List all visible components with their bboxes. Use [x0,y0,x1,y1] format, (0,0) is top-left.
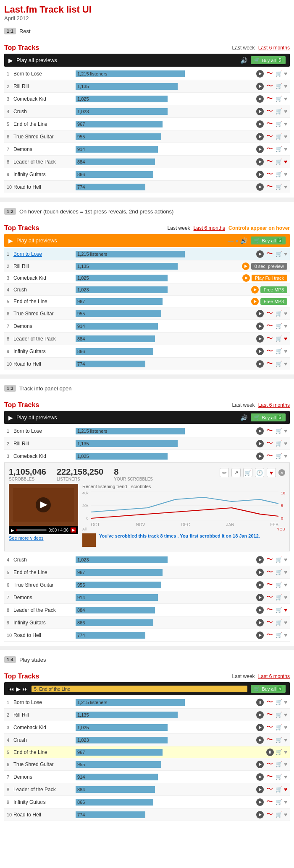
close-panel-btn[interactable]: ✕ [278,469,285,476]
heart-icon[interactable]: ♥ [284,133,287,140]
heart-icon[interactable]: ♥ [284,811,287,818]
track-name[interactable]: End of the Line [13,299,72,304]
heart-icon[interactable]: ♥ [284,184,287,190]
track-name[interactable]: Road to Hell [13,361,72,367]
preview-btn[interactable]: 0 sec. preview [251,263,287,270]
heart-icon[interactable]: ♥ [284,724,287,730]
heart-icon[interactable]: ♥ [284,569,287,575]
track-play-btn[interactable] [242,262,249,270]
track-name[interactable]: Crush [13,737,72,743]
heart-btn[interactable]: ♥ [267,468,276,477]
heart-icon[interactable]: ♥ [284,607,287,613]
buy-all-btn-4[interactable]: 🛒 Buy all 5 [251,685,286,693]
cart-icon[interactable]: 🛒 [276,251,282,257]
track-play-btn[interactable] [256,711,264,719]
filter-last-6-months-1[interactable]: Last 6 months [258,45,290,51]
track-name[interactable]: Infinity Guitars [13,799,72,805]
track-play-btn[interactable] [256,606,264,614]
track-play-btn[interactable] [256,811,264,819]
heart-icon[interactable]: ♥ [284,335,287,342]
track-play-btn[interactable] [256,108,264,115]
track-name[interactable]: True Shred Guitar [13,311,72,317]
track-name[interactable]: Crush [13,287,72,293]
heart-icon[interactable]: ♥ [284,786,287,793]
track-name[interactable]: Rill Rill [13,441,72,447]
full-track-btn[interactable]: Play Full track [252,275,287,281]
heart-icon[interactable]: ♥ [284,428,287,434]
free-mp3-2-btn[interactable]: Free MP3 [260,298,287,305]
track-play-btn[interactable] [256,250,264,258]
track-play-btn[interactable] [256,335,264,343]
heart-icon[interactable]: ♥ [284,582,287,588]
track-play-btn[interactable] [256,158,264,166]
track-play-btn[interactable] [256,761,264,768]
track-name[interactable]: Leader of the Pack [13,607,72,613]
cart-icon[interactable]: 🛒 [276,582,282,588]
track-play-btn[interactable] [256,171,264,178]
cart-icon[interactable]: 🛒 [276,96,282,102]
play-btn[interactable]: ▶ [16,686,21,692]
play-all-bar-2[interactable]: ▶ Play all previews — ● 🔊 🛒 Buy all 5 [4,234,290,247]
heart-icon[interactable]: ♥ [284,348,287,354]
volume-icon-3[interactable]: 🔊 [240,414,247,421]
cart-icon[interactable]: 🛒 [276,361,282,367]
track-name[interactable]: Leader of the Pack [13,787,72,793]
track-play-btn[interactable] [256,619,264,626]
heart-icon[interactable]: ♥ [284,83,287,89]
heart-icon[interactable]: ♥ [284,632,287,638]
cart-icon[interactable]: 🛒 [276,749,282,755]
cart-icon[interactable]: 🛒 [276,133,282,140]
cart-icon[interactable]: 🛒 [276,83,282,89]
filter-last-6-months-3[interactable]: Last 6 months [258,402,290,408]
track-play-btn[interactable] [256,310,264,317]
heart-icon[interactable]: ♥ [284,453,287,459]
cart-icon[interactable]: 🛒 [276,440,282,447]
track-name[interactable]: Rill Rill [13,263,72,269]
heart-icon[interactable]: ♥ [284,96,287,102]
track-name[interactable]: Rill Rill [13,83,72,89]
cart-icon[interactable]: 🛒 [276,70,282,77]
buy-all-btn-3[interactable]: 🛒 Buy all 5 [251,413,286,421]
track-name[interactable]: True Shred Guitar [13,761,72,767]
heart-icon[interactable]: ♥ [284,799,287,805]
track-name[interactable]: Crush [13,109,72,114]
track-name[interactable]: True Shred Guitar [13,582,72,588]
heart-icon[interactable]: ♥ [284,619,287,626]
cart-icon[interactable]: 🛒 [276,724,282,730]
track-play-btn[interactable] [256,632,264,639]
track-name[interactable]: Comeback Kid [13,725,72,730]
clock-btn[interactable]: 🕐 [255,468,264,477]
track-play-btn[interactable] [256,95,264,103]
heart-icon[interactable]: ♥ [284,146,287,152]
heart-icon[interactable]: ♥ [284,70,287,77]
heart-icon[interactable]: ♥ [284,108,287,114]
share-btn[interactable]: ↗ [231,468,241,477]
track-name[interactable]: Road to Hell [13,632,72,638]
cart-icon[interactable]: 🛒 [276,108,282,114]
cart-icon[interactable]: 🛒 [276,774,282,780]
play-all-bar-1[interactable]: ▶ Play all previews 🔊 🛒 Buy all 5 [4,54,290,67]
track-play-btn[interactable] [256,133,264,140]
track-play-btn[interactable]: ⏸ [266,748,274,756]
track-play-btn[interactable] [256,70,264,78]
cart-icon[interactable]: 🛒 [276,323,282,329]
heart-icon[interactable]: ♥ [284,594,287,600]
filter-last-week-3[interactable]: Last week [232,402,255,408]
cart-icon[interactable]: 🛒 [276,453,282,459]
track-play-btn[interactable] [256,83,264,90]
play-all-bar-3[interactable]: ▶ Play all previews 🔊 🛒 Buy all 5 [4,411,290,424]
cart-icon[interactable]: 🛒 [276,712,282,718]
track-play-btn[interactable] [256,798,264,806]
cart-icon[interactable]: 🛒 [276,799,282,805]
heart-icon[interactable]: ♥ [284,699,287,705]
track-name[interactable]: Road to Hell [13,812,72,818]
track-play-btn[interactable] [251,286,259,294]
track-play-btn[interactable] [256,427,264,435]
track-name[interactable]: Demons [13,595,72,600]
buy-all-btn-1[interactable]: 🛒 Buy all 5 [251,56,286,64]
track-name[interactable]: Born to Lose [13,428,72,434]
cart-icon[interactable]: 🛒 [276,556,282,563]
volume-icon-1[interactable]: 🔊 [240,57,247,64]
track-name[interactable]: Infinity Guitars [13,172,72,177]
heart-icon[interactable]: ♥ [284,323,287,329]
